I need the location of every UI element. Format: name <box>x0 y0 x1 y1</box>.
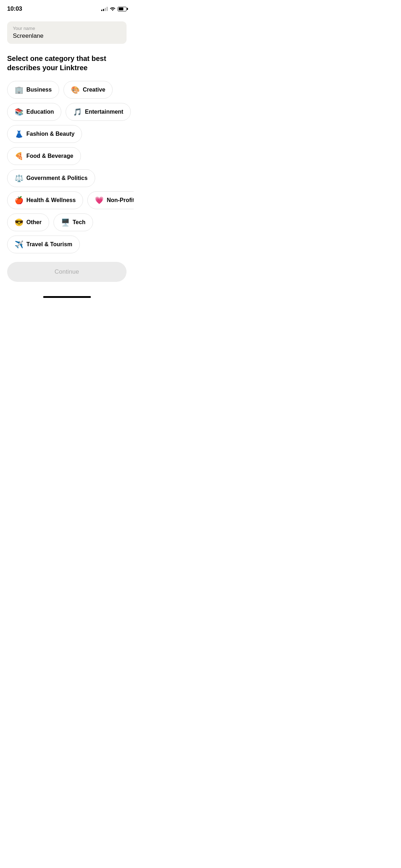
signal-icon <box>101 7 108 11</box>
creative-emoji: 🎨 <box>71 86 80 93</box>
status-icons <box>101 6 127 12</box>
category-row-8: ✈️ Travel & Tourism <box>7 236 127 253</box>
education-label: Education <box>26 109 54 115</box>
entertainment-emoji: 🎵 <box>73 108 82 115</box>
category-other[interactable]: 😎 Other <box>7 213 49 231</box>
food-beverage-emoji: 🍕 <box>15 153 24 160</box>
travel-tourism-label: Travel & Tourism <box>26 241 72 248</box>
continue-section: Continue <box>0 253 134 296</box>
category-fashion-beauty[interactable]: 👗 Fashion & Beauty <box>7 125 82 143</box>
category-food-beverage[interactable]: 🍕 Food & Beverage <box>7 147 81 165</box>
other-emoji: 😎 <box>15 219 24 226</box>
food-beverage-label: Food & Beverage <box>26 153 73 159</box>
category-creative[interactable]: 🎨 Creative <box>63 81 113 99</box>
category-row-4: 🍕 Food & Beverage <box>7 147 127 165</box>
page-heading: Select one category that best describes … <box>7 54 127 72</box>
category-travel-tourism[interactable]: ✈️ Travel & Tourism <box>7 236 80 253</box>
status-bar: 10:03 <box>0 0 134 16</box>
entertainment-label: Entertainment <box>85 109 123 115</box>
home-bar <box>43 296 91 298</box>
battery-icon <box>118 7 127 11</box>
wifi-icon <box>110 6 115 12</box>
category-entertainment[interactable]: 🎵 Entertainment <box>66 103 131 121</box>
category-row-1: 🏢 Business 🎨 Creative <box>7 81 127 99</box>
category-health-wellness[interactable]: 🍎 Health & Wellness <box>7 191 83 209</box>
fashion-beauty-label: Fashion & Beauty <box>26 131 74 137</box>
business-emoji: 🏢 <box>15 86 24 93</box>
category-tech[interactable]: 🖥️ Tech <box>53 213 93 231</box>
creative-label: Creative <box>83 87 105 93</box>
health-wellness-emoji: 🍎 <box>15 197 24 204</box>
other-label: Other <box>26 219 42 226</box>
category-education[interactable]: 📚 Education <box>7 103 61 121</box>
category-non-profit[interactable]: 💗 Non-Profit <box>87 191 134 209</box>
government-politics-label: Government & Politics <box>26 175 88 181</box>
travel-tourism-emoji: ✈️ <box>15 241 24 248</box>
category-business[interactable]: 🏢 Business <box>7 81 59 99</box>
category-row-2: 📚 Education 🎵 Entertainment <box>7 103 127 121</box>
home-indicator <box>0 296 134 301</box>
category-government-politics[interactable]: ⚖️ Government & Politics <box>7 169 95 187</box>
name-input-container[interactable]: Your name Screenlane <box>7 21 127 44</box>
tech-emoji: 🖥️ <box>61 219 70 226</box>
name-label: Your name <box>13 26 121 31</box>
non-profit-emoji: 💗 <box>95 197 104 204</box>
government-politics-emoji: ⚖️ <box>15 175 24 182</box>
category-row-6: 🍎 Health & Wellness 💗 Non-Profit <box>7 191 127 209</box>
health-wellness-label: Health & Wellness <box>26 197 76 203</box>
category-row-7: 😎 Other 🖥️ Tech <box>7 213 127 231</box>
continue-button[interactable]: Continue <box>7 262 127 282</box>
main-content: Your name Screenlane Select one category… <box>0 16 134 253</box>
business-label: Business <box>26 87 52 93</box>
fashion-beauty-emoji: 👗 <box>15 130 24 138</box>
non-profit-label: Non-Profit <box>107 197 134 203</box>
tech-label: Tech <box>73 219 86 226</box>
status-time: 10:03 <box>7 5 22 12</box>
education-emoji: 📚 <box>15 108 24 115</box>
category-row-3: 👗 Fashion & Beauty <box>7 125 127 143</box>
name-value: Screenlane <box>13 32 121 40</box>
categories-container: 🏢 Business 🎨 Creative 📚 Education 🎵 Ente… <box>7 81 127 253</box>
category-row-5: ⚖️ Government & Politics <box>7 169 127 187</box>
